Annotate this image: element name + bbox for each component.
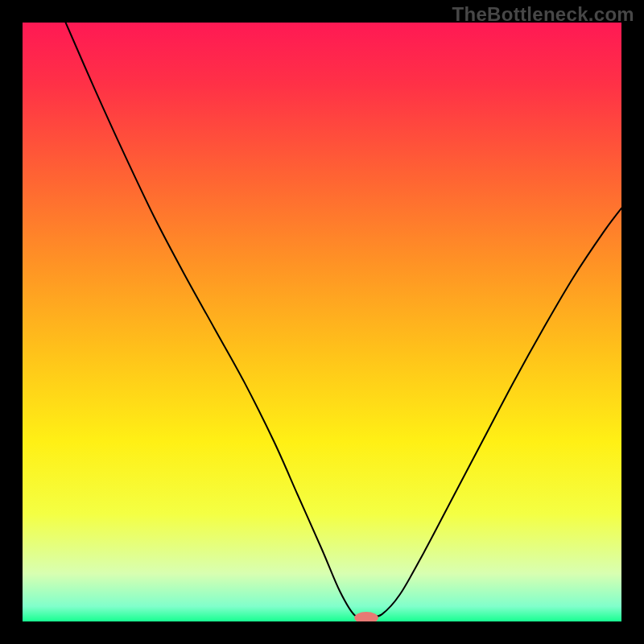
- bottleneck-curve: [66, 23, 621, 617]
- plot-area: [23, 23, 621, 621]
- chart-frame: TheBottleneck.com: [0, 0, 644, 644]
- watermark-text: TheBottleneck.com: [452, 3, 634, 26]
- curve-layer: [23, 23, 621, 621]
- optimum-marker: [354, 612, 378, 621]
